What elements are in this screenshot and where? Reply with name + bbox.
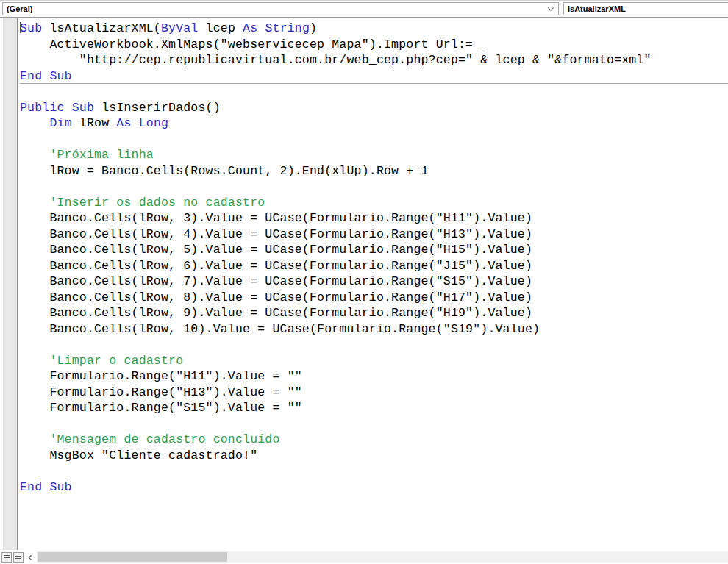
- code-line[interactable]: Dim lRow As Long: [20, 115, 728, 132]
- keyword-token: Public Sub: [20, 101, 94, 115]
- procedure-dropdown[interactable]: lsAtualizarXML: [563, 2, 728, 15]
- code-line[interactable]: [20, 463, 728, 479]
- code-token: lRow = Banco.Cells(Rows.Count, 2).End(xl…: [20, 164, 429, 178]
- code-line[interactable]: "http://cep.republicavirtual.com.br/web_…: [20, 52, 728, 68]
- code-line[interactable]: Sub lsAtualizarXML(ByVal lcep As String): [20, 21, 728, 37]
- full-module-view-icon: [15, 554, 21, 560]
- procedure-view-icon: [4, 555, 10, 559]
- code-line[interactable]: Banco.Cells(lRow, 5).Value = UCase(Formu…: [20, 242, 728, 258]
- vba-toolbar: (Geral) lsAtualizarXML: [0, 1, 728, 18]
- procedure-dropdown-value: lsAtualizarXML: [564, 4, 626, 13]
- horizontal-scrollbar[interactable]: [37, 551, 728, 563]
- code-line[interactable]: 'Limpar o cadastro: [20, 353, 728, 369]
- code-token: Formulario.Range("H13").Value = "": [20, 385, 302, 399]
- code-line[interactable]: End Sub: [20, 479, 728, 496]
- object-dropdown-value: (Geral): [3, 4, 32, 13]
- code-token: Banco.Cells(lRow, 10).Value = UCase(Form…: [20, 322, 540, 336]
- keyword-token: String: [265, 21, 310, 35]
- code-line[interactable]: lRow = Banco.Cells(Rows.Count, 2).End(xl…: [20, 163, 728, 179]
- keyword-token: Long: [139, 116, 168, 130]
- object-dropdown[interactable]: (Geral): [2, 2, 559, 15]
- code-line[interactable]: [20, 132, 728, 148]
- bottom-bar: [0, 550, 728, 564]
- code-line[interactable]: Formulario.Range("H11").Value = "": [20, 368, 728, 385]
- full-module-view-button[interactable]: [13, 552, 24, 563]
- code-line[interactable]: Public Sub lsInserirDados(): [20, 100, 728, 116]
- code-token: Banco.Cells(lRow, 9).Value = UCase(Formu…: [20, 306, 532, 320]
- horizontal-scrollbar-thumb[interactable]: [38, 552, 227, 562]
- code-line[interactable]: Formulario.Range("S15").Value = "": [20, 400, 728, 416]
- keyword-token: End Sub: [20, 480, 72, 494]
- code-line[interactable]: Banco.Cells(lRow, 9).Value = UCase(Formu…: [20, 305, 728, 321]
- code-line[interactable]: [20, 84, 728, 100]
- code-token: "http://cep.republicavirtual.com.br/web_…: [20, 53, 652, 67]
- code-line[interactable]: Banco.Cells(lRow, 8).Value = UCase(Formu…: [20, 290, 728, 306]
- comment-token: 'Mensagem de cadastro concluído: [20, 432, 280, 446]
- code-token: Banco.Cells(lRow, 3).Value = UCase(Formu…: [20, 211, 532, 225]
- comment-token: 'Próxima linha: [20, 148, 154, 162]
- scroll-left-button[interactable]: [25, 551, 36, 563]
- code-line[interactable]: [20, 179, 728, 195]
- comment-token: 'Inserir os dados no cadastro: [20, 196, 265, 210]
- procedure-view-button[interactable]: [1, 552, 12, 563]
- code-line[interactable]: 'Próxima linha: [20, 147, 728, 163]
- keyword-token: Sub: [20, 21, 42, 35]
- code-token: lcep: [198, 21, 243, 35]
- scroll-left-icon: [29, 555, 34, 560]
- code-token: Banco.Cells(lRow, 6).Value = UCase(Formu…: [20, 259, 532, 273]
- code-token: Banco.Cells(lRow, 5).Value = UCase(Formu…: [20, 243, 532, 257]
- code-token: [132, 116, 139, 130]
- code-token: ): [310, 21, 317, 35]
- code-line[interactable]: [20, 337, 728, 353]
- code-line[interactable]: 'Mensagem de cadastro concluído: [20, 432, 728, 448]
- code-line[interactable]: Banco.Cells(lRow, 6).Value = UCase(Formu…: [20, 258, 728, 274]
- keyword-token: Dim: [49, 116, 71, 130]
- code-editor[interactable]: Sub lsAtualizarXML(ByVal lcep As String)…: [18, 18, 728, 550]
- vba-code-window: (Geral) lsAtualizarXML Sub lsAtualizarXM…: [0, 0, 728, 564]
- code-line[interactable]: Banco.Cells(lRow, 7).Value = UCase(Formu…: [20, 274, 728, 290]
- code-token: Banco.Cells(lRow, 4).Value = UCase(Formu…: [20, 227, 532, 241]
- code-line[interactable]: End Sub: [20, 68, 728, 85]
- code-token: MsgBox "Cliente cadastrado!": [20, 449, 257, 463]
- code-line[interactable]: Banco.Cells(lRow, 10).Value = UCase(Form…: [20, 321, 728, 338]
- text-caret: [20, 22, 21, 33]
- code-line[interactable]: [20, 416, 728, 432]
- code-line[interactable]: 'Inserir os dados no cadastro: [20, 195, 728, 211]
- keyword-token: As: [243, 21, 257, 35]
- keyword-token: End Sub: [20, 69, 72, 83]
- code-token: Banco.Cells(lRow, 8).Value = UCase(Formu…: [20, 290, 532, 304]
- code-token: [20, 116, 49, 130]
- code-pane: Sub lsAtualizarXML(ByVal lcep As String)…: [0, 18, 728, 550]
- code-line[interactable]: ActiveWorkbook.XmlMaps("webservicecep_Ma…: [20, 37, 728, 53]
- code-token: lRow: [72, 116, 117, 130]
- code-token: Formulario.Range("H11").Value = "": [20, 369, 302, 383]
- code-token: [257, 21, 265, 35]
- code-line[interactable]: MsgBox "Cliente cadastrado!": [20, 448, 728, 464]
- code-token: ActiveWorkbook.XmlMaps("webservicecep_Ma…: [20, 38, 488, 51]
- chevron-down-icon: [548, 4, 554, 10]
- code-line[interactable]: Banco.Cells(lRow, 4).Value = UCase(Formu…: [20, 226, 728, 243]
- code-line[interactable]: Formulario.Range("H13").Value = "": [20, 385, 728, 401]
- code-token: lsAtualizarXML(: [42, 21, 161, 35]
- code-token: Formulario.Range("S15").Value = "": [20, 401, 302, 415]
- margin-indicator-bar[interactable]: [4, 18, 18, 550]
- code-token: Banco.Cells(lRow, 7).Value = UCase(Formu…: [20, 274, 532, 288]
- comment-token: 'Limpar o cadastro: [20, 354, 183, 368]
- keyword-token: ByVal: [161, 21, 199, 35]
- code-line[interactable]: Banco.Cells(lRow, 3).Value = UCase(Formu…: [20, 210, 728, 226]
- code-token: lsInserirDados(): [94, 101, 221, 115]
- keyword-token: As: [116, 116, 131, 130]
